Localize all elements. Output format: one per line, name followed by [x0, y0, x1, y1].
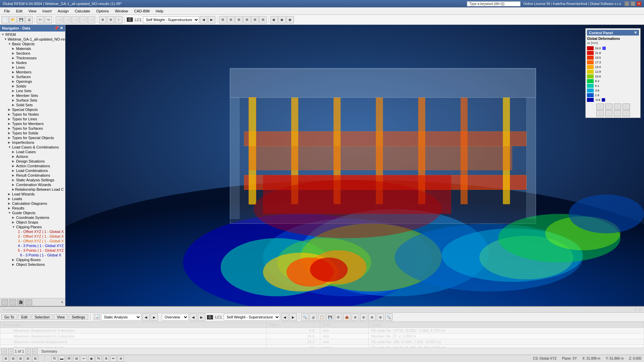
nav-mode-1[interactable]: 👁 [1, 299, 8, 305]
redo-btn[interactable]: ↪ [45, 16, 52, 23]
tree-item[interactable]: ▼Clipping Planes [0, 225, 65, 229]
status-tool-3[interactable]: M [66, 356, 72, 362]
status-icon-5[interactable]: ⊞ [32, 356, 38, 362]
tree-item[interactable]: ▶Loads [0, 196, 65, 201]
bottom-lc-name-next[interactable]: ▶ [289, 313, 297, 321]
bottom-filter[interactable]: 🔍 [385, 313, 392, 321]
render-btn-1[interactable]: ◉ [270, 16, 278, 23]
nav-mode-4[interactable]: — [25, 299, 32, 305]
analysis-prev[interactable]: ◀ [142, 313, 150, 321]
lc-selector[interactable]: Self Weight - Superstructure [143, 16, 199, 23]
search-box[interactable]: Type a keyword (Alt+Q) [467, 1, 521, 6]
close-btn[interactable]: ✕ [637, 1, 641, 6]
tree-item[interactable]: ▶Results [0, 206, 65, 210]
3d-btn-4[interactable]: ⊞ [243, 16, 251, 23]
tree-item[interactable]: ▶Load Combinations [0, 168, 65, 173]
bottom-lc-name-select[interactable]: Self Weight - Superstructure [224, 314, 280, 320]
render-btn-3[interactable]: ◉ [286, 16, 294, 23]
legend-btn-2[interactable]: ≡ [605, 104, 612, 110]
menu-assign[interactable]: Assign [55, 8, 71, 14]
status-tool-6[interactable]: ◉ [88, 356, 94, 362]
view-btn-5[interactable]: ⬜ [88, 16, 95, 23]
tree-item[interactable]: ▶Load Wizards [0, 192, 65, 196]
open-btn[interactable]: 📂 [9, 16, 17, 23]
tree-item[interactable]: ▶Member Sets [0, 93, 65, 98]
tree-item[interactable]: ▶Static Analysis Settings [0, 178, 65, 182]
tree-item[interactable]: ▶Action Combinations [0, 164, 65, 168]
legend-btn-6[interactable]: ≡ [605, 110, 612, 116]
legend-btn-8[interactable]: ⚙ [623, 110, 630, 116]
status-tool-2[interactable]: ▬ [59, 356, 65, 362]
tree-item[interactable]: ▶Types for Surfaces [0, 126, 65, 131]
lc-next[interactable]: ▶ [208, 16, 215, 23]
bottom-lc-next[interactable]: ▶ [198, 313, 205, 321]
nav-mode-3[interactable]: 🎥 [17, 299, 24, 305]
tree-item[interactable]: 5 - 3 Points | 1 - Global XYZ [0, 248, 65, 253]
tree-item[interactable]: ▶Types for Solids [0, 131, 65, 135]
bottom-float-btn[interactable]: ⊡ [638, 307, 641, 312]
tree-item[interactable]: ▶Coordinate Systems [0, 215, 65, 220]
tree-item[interactable]: ▶Imperfections [0, 140, 65, 145]
status-tool-7[interactable]: % [96, 356, 102, 362]
tool-btn-3[interactable]: ↕ [115, 16, 122, 23]
status-tool-4[interactable]: ⊞ [73, 356, 79, 362]
tree-item[interactable]: ▶Types for Members [0, 121, 65, 126]
menu-insert[interactable]: Insert [40, 8, 54, 14]
tree-item[interactable]: ▶Types for Lines [0, 117, 65, 121]
menu-window[interactable]: Window [112, 8, 131, 14]
tree-item[interactable]: ▼Webinar_GA-1_all-updated_NO-resul [0, 37, 65, 42]
bottom-panel-controls[interactable]: ⬆ ⊡ [634, 307, 641, 312]
tree-item[interactable]: 1 - Offset XYZ | 1 - Global X [0, 229, 65, 234]
3d-btn-3[interactable]: ⊞ [235, 16, 243, 23]
viewport[interactable]: Control Panel ✕ Global Deformations uz [… [65, 25, 644, 306]
nav-close-btn[interactable]: ✕ [60, 26, 63, 31]
tool-btn-2[interactable]: ⊕ [107, 16, 114, 23]
legend-btn-3[interactable]: ≡ [614, 104, 621, 110]
bottom-lc-prev[interactable]: ◀ [190, 313, 197, 321]
tree-item[interactable]: ▶Sections [0, 51, 65, 56]
analysis-next[interactable]: ▶ [151, 313, 158, 321]
tree-item[interactable]: ▶Special Objects [0, 107, 65, 112]
bottom-tool-6[interactable]: 📤 [343, 313, 351, 321]
tree-item[interactable]: ▶Object Selections [0, 262, 65, 267]
3d-btn-6[interactable]: ⊞ [259, 16, 267, 23]
status-tool-8[interactable]: ⚙ [103, 356, 109, 362]
tree-item[interactable]: ▶Actions [0, 154, 65, 159]
tree-item[interactable]: ▶Result Combinations [0, 173, 65, 178]
menu-cadbim[interactable]: CAD-BIM [131, 8, 152, 14]
tree-item[interactable]: ▶Thicknesses [0, 56, 65, 60]
3d-btn-2[interactable]: ⊞ [227, 16, 234, 23]
new-btn[interactable]: 📄 [1, 16, 9, 23]
lc-prev[interactable]: ◀ [200, 16, 207, 23]
render-btn-2[interactable]: ◉ [278, 16, 286, 23]
bottom-tool-10[interactable]: ⊕ [377, 313, 384, 321]
bottom-tool-1[interactable]: 🔍 [301, 313, 309, 321]
legend-btn-4[interactable]: ⚙ [623, 104, 630, 110]
goto-btn[interactable]: Go To [1, 314, 17, 320]
bottom-tool-8[interactable]: ⊕ [360, 313, 367, 321]
tree-item[interactable]: ▶Types for Special Objects [0, 135, 65, 140]
tree-item[interactable]: ▶Types for Nodes [0, 112, 65, 117]
view-btn-3[interactable]: ⬜ [72, 16, 79, 23]
status-icon-4[interactable]: ⊞ [25, 356, 31, 362]
undo-btn[interactable]: ↩ [37, 16, 44, 23]
page-first[interactable]: |◀ [1, 349, 7, 354]
tree-item[interactable]: ▼Load Cases & Combinations [0, 145, 65, 149]
legend-btn-7[interactable]: ≡ [614, 110, 621, 116]
bottom-lc-name-prev[interactable]: ◀ [281, 313, 288, 321]
nav-pin-btn[interactable]: 📌 [54, 26, 59, 31]
page-next[interactable]: ▶ [25, 349, 31, 354]
tree-item[interactable]: 2 - Offset XYZ | 1 - Global X [0, 234, 65, 239]
view-btn-2[interactable]: ⬜ [64, 16, 71, 23]
tree-item[interactable]: ▶Solids [0, 84, 65, 88]
control-panel-close[interactable]: ✕ [634, 31, 637, 35]
tree-item[interactable]: ▼Guide Objects [0, 210, 65, 215]
status-tool-1[interactable]: N [51, 356, 57, 362]
bottom-tool-3[interactable]: 📋 [318, 313, 325, 321]
bottom-tool-4[interactable]: 💾 [326, 313, 334, 321]
tree-item[interactable]: ▶Combination Wizards [0, 182, 65, 187]
tree-item[interactable]: ▶Surface Sets [0, 98, 65, 103]
page-prev[interactable]: ◀ [8, 349, 13, 354]
bottom-tool-7[interactable]: ⊕ [352, 313, 359, 321]
nav-scroll-arrow[interactable]: ▼ [61, 301, 64, 304]
